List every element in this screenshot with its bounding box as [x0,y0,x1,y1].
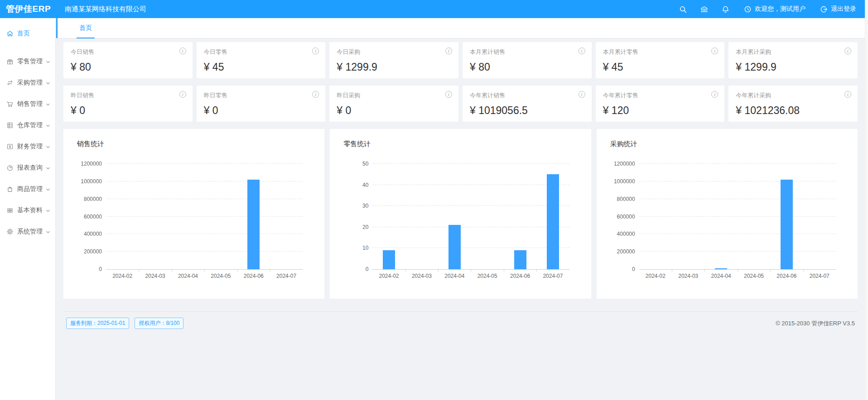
sidebar-item-warehouse[interactable]: 仓库管理 [0,114,55,136]
y-axis-tick-label: 40 [362,182,368,188]
scrollbar[interactable] [865,0,868,400]
bell-icon[interactable] [722,5,729,13]
chevron-down-icon [45,229,51,234]
stat-label: 本月累计采购 [736,48,850,56]
chart-title: 销售统计 [77,140,311,148]
sidebar-item-report[interactable]: 报表查询 [0,157,55,178]
basic-icon [6,207,14,214]
user-menu[interactable]: 欢迎您，测试用户 [744,5,805,13]
x-axis-tick-label: 2024-02 [379,273,399,279]
y-axis-tick-label: 20 [362,224,368,230]
sidebar-item-finance[interactable]: 财务管理 [0,136,55,157]
y-axis-tick-label: 400000 [617,231,635,237]
clock-icon [744,5,752,13]
y-axis-tick-label: 1200000 [614,161,635,167]
x-axis-tick-label: 2024-04 [711,273,731,279]
service-expiry-badge: 服务到期：2025-01-01 [66,318,129,329]
app-logo: 管伊佳ERP [0,3,56,15]
chevron-down-icon [45,144,51,149]
retail-icon [6,58,14,65]
logout-button[interactable]: 退出登录 [820,5,856,13]
gridline [372,248,569,248]
y-axis-tick-label: 400000 [84,231,102,237]
x-axis-tick [139,269,139,271]
info-icon[interactable]: i [579,48,585,54]
stat-value: ¥ 0 [71,105,185,117]
search-icon[interactable] [679,5,687,13]
report-icon [6,164,14,171]
licensed-users-badge: 授权用户：8/100 [135,318,183,329]
chart-title: 采购统计 [610,140,844,148]
info-icon[interactable]: i [445,48,452,54]
finance-icon [6,143,14,150]
y-axis-tick-label: 10 [362,245,368,251]
sidebar-item-sales[interactable]: 销售管理 [0,93,55,114]
sidebar-item-home[interactable]: 首页 [0,23,55,44]
sidebar-item-retail[interactable]: 零售管理 [0,51,55,72]
sidebar-menu: 首页零售管理采购管理销售管理仓库管理财务管理报表查询商品管理基本资料系统管理 [0,23,55,242]
sidebar-item-label: 基本资料 [17,206,43,214]
copyright-text: © 2015-2030 管伊佳ERP V3.5 [776,319,855,328]
gridline [372,163,569,164]
sidebar: 首页零售管理采购管理销售管理仓库管理财务管理报表查询商品管理基本资料系统管理 [0,18,56,400]
gridline [372,205,569,206]
stat-label: 今年累计采购 [736,91,850,100]
bar-2024-06 [781,180,793,269]
sidebar-item-purchase[interactable]: 采购管理 [0,72,55,93]
x-axis-tick [704,269,705,271]
chevron-down-icon [45,59,51,64]
welcome-text: 欢迎您，测试用户 [755,5,805,13]
info-icon[interactable]: i [445,91,452,98]
y-axis-tick-label: 30 [362,203,368,209]
x-axis-labels: 2024-022024-032024-042024-052024-062024-… [106,273,303,281]
stat-value: ¥ 120 [603,105,718,117]
bar-2024-02 [383,250,395,269]
x-axis-tick [270,269,270,271]
bank-icon[interactable] [700,5,708,13]
x-axis-tick [504,269,504,271]
y-axis-tick-label: 600000 [617,214,635,220]
chart-plot-area: 01020304050 [372,164,569,270]
chevron-down-icon [45,80,51,86]
stat-card-4: 本月累计零售i¥ 45 [596,42,725,78]
y-axis-tick-label: 0 [99,266,102,272]
info-icon[interactable]: i [179,48,186,54]
bar-2024-06 [514,250,526,269]
stat-label: 今日销售 [71,48,185,56]
x-axis-tick [803,269,804,271]
x-axis-labels: 2024-022024-032024-042024-052024-062024-… [372,273,569,281]
tab-home[interactable]: 首页 [77,18,95,38]
y-axis-tick-label: 200000 [84,248,102,255]
gridline [106,251,303,252]
chevron-down-icon [45,186,51,192]
x-axis-tick [204,269,205,271]
x-axis-tick [672,269,672,271]
bar-2024-07 [547,174,559,269]
gridline [639,199,836,199]
x-axis-tick-label: 2024-05 [211,273,231,279]
stat-card-5: 本月累计采购i¥ 1299.9 [728,42,858,78]
chart-plot-area: 020000040000060000080000010000001200000 [106,164,303,270]
x-axis-tick [738,269,738,271]
x-axis-tick [172,269,172,271]
info-icon[interactable]: i [179,91,186,98]
stat-card-7: 昨日零售i¥ 0 [197,86,326,122]
x-axis-tick-label: 2024-02 [112,273,132,279]
stat-label: 本月累计销售 [470,48,584,56]
chevron-down-icon [45,165,51,171]
sidebar-item-basic[interactable]: 基本资料 [0,200,55,221]
charts-grid: 销售统计020000040000060000080000010000001200… [63,129,858,299]
sidebar-item-label: 财务管理 [17,143,43,151]
gridline [639,163,836,164]
info-icon[interactable]: i [579,91,585,98]
sidebar-item-product[interactable]: 商品管理 [0,178,55,200]
stat-value: ¥ 1299.9 [736,61,850,73]
chart-card-0: 销售统计020000040000060000080000010000001200… [63,129,324,299]
stat-card-1: 今日零售i¥ 45 [197,42,326,78]
chart-plot-area: 020000040000060000080000010000001200000 [639,164,836,270]
sidebar-item-label: 商品管理 [17,185,43,193]
sidebar-item-system[interactable]: 系统管理 [0,221,55,242]
chart-card-2: 采购统计020000040000060000080000010000001200… [597,129,858,299]
info-icon[interactable]: i [844,48,851,54]
info-icon[interactable]: i [844,91,851,98]
